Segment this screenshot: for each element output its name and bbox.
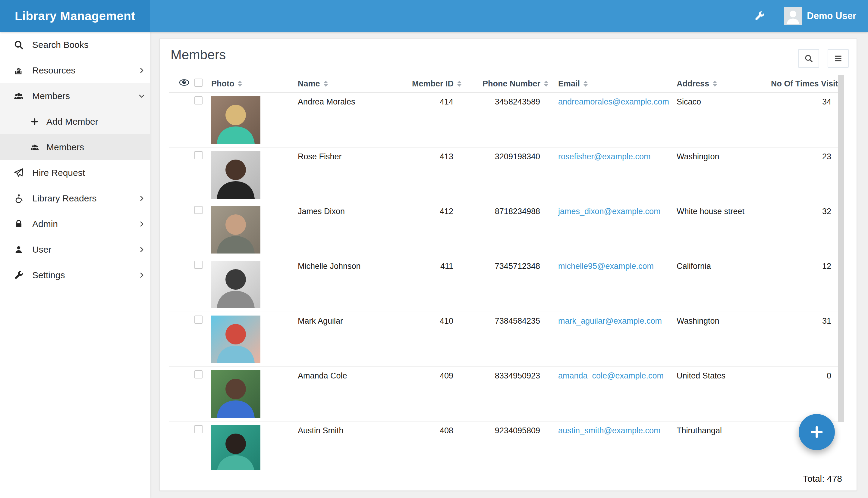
member-photo <box>211 151 260 199</box>
topbar: Library Management Demo User <box>0 0 868 32</box>
member-phone: 7345712348 <box>461 257 548 312</box>
sidebar-item-search-books[interactable]: Search Books <box>0 32 150 57</box>
member-member_id: 410 <box>389 312 461 366</box>
user-icon <box>14 245 24 255</box>
chevron-right-icon <box>138 220 145 227</box>
row-photo-cell <box>210 147 298 202</box>
row-email-cell: andreamorales@example.com <box>548 92 675 147</box>
member-name: Michelle Johnson <box>298 257 389 312</box>
user-avatar[interactable] <box>784 7 802 25</box>
card-actions <box>798 49 849 68</box>
table-scrollbar <box>838 75 844 470</box>
sidebar-subitem-members[interactable]: Members <box>0 134 150 160</box>
sidebar-item-admin[interactable]: Admin <box>0 211 150 237</box>
user-name[interactable]: Demo User <box>807 11 856 22</box>
sort-arrows-icon <box>544 81 548 87</box>
row-photo-cell <box>210 366 298 421</box>
column-header-photo[interactable]: Photo <box>210 75 298 92</box>
sort-arrows-icon <box>713 81 717 87</box>
member-address: White house street <box>675 202 771 257</box>
member-email-link[interactable]: michelle95@example.com <box>558 262 654 271</box>
paper-plane-icon <box>14 168 24 178</box>
add-member-fab[interactable] <box>799 414 835 450</box>
member-address: Washington <box>675 147 771 202</box>
row-checkbox[interactable] <box>194 206 203 214</box>
sidebar-item-hire-request[interactable]: Hire Request <box>0 160 150 185</box>
column-select <box>193 75 210 92</box>
select-all-checkbox[interactable] <box>194 79 203 87</box>
app-window: Library Management Demo User Search Book… <box>0 0 868 498</box>
row-eye-cell <box>169 421 193 470</box>
row-photo-cell <box>210 202 298 257</box>
member-email-link[interactable]: rosefisher@example.com <box>558 152 651 161</box>
member-photo <box>211 370 260 418</box>
sidebar-item-members[interactable]: Members <box>0 83 150 109</box>
members-table: PhotoNameMember IDPhone NumberEmailAddre… <box>169 75 844 470</box>
row-checkbox[interactable] <box>194 316 203 324</box>
member-row: James Dixon4128718234988james_dixon@exam… <box>169 202 844 257</box>
member-photo <box>211 425 260 470</box>
row-checkbox[interactable] <box>194 96 203 104</box>
sidebar-item-user[interactable]: User <box>0 237 150 262</box>
sidebar-item-resources[interactable]: Resources <box>0 57 150 83</box>
row-checkbox[interactable] <box>194 425 203 433</box>
total-count: Total: 478 <box>803 474 842 484</box>
row-select-cell <box>193 257 210 312</box>
member-visits: 31 <box>771 312 840 366</box>
sort-arrows-icon <box>238 81 242 87</box>
menu-button[interactable] <box>828 49 849 68</box>
member-visits: 32 <box>771 202 840 257</box>
sidebar-subitem-add-member[interactable]: Add Member <box>0 109 150 134</box>
page-title: Members <box>170 47 226 62</box>
wrench-icon[interactable] <box>754 10 765 22</box>
search-button[interactable] <box>798 49 819 68</box>
chevron-down-icon <box>138 92 145 100</box>
sort-arrows-icon <box>457 81 461 87</box>
row-checkbox[interactable] <box>194 151 203 159</box>
member-member_id: 413 <box>389 147 461 202</box>
member-name: Rose Fisher <box>298 147 389 202</box>
member-row: Andrea Morales4143458243589andreamorales… <box>169 92 844 147</box>
sidebar-item-label: Settings <box>32 270 65 280</box>
member-row: Michelle Johnson4117345712348michelle95@… <box>169 257 844 312</box>
member-name: Mark Aguilar <box>298 312 389 366</box>
column-label: Email <box>558 79 580 88</box>
member-phone: 8718234988 <box>461 202 548 257</box>
sort-arrows-icon <box>324 81 328 87</box>
column-header-phone[interactable]: Phone Number <box>461 75 548 92</box>
column-header-name[interactable]: Name <box>298 75 389 92</box>
sidebar-item-library-readers[interactable]: Library Readers <box>0 185 150 211</box>
sidebar-item-settings[interactable]: Settings <box>0 262 150 288</box>
chevron-right-icon <box>138 195 145 202</box>
sidebar-item-label: Admin <box>32 219 58 229</box>
member-email-link[interactable]: mark_aguilar@example.com <box>558 316 662 326</box>
column-header-visits[interactable]: No Of Times Visit <box>771 75 840 92</box>
member-address: Thiruthangal <box>675 421 771 470</box>
wrench-icon <box>14 270 24 280</box>
member-email-link[interactable]: austin_smith@example.com <box>558 426 661 435</box>
sidebar-item-label: Add Member <box>47 117 98 127</box>
scrollbar-thumb[interactable] <box>838 75 844 422</box>
column-header-email[interactable]: Email <box>548 75 675 92</box>
row-email-cell: austin_smith@example.com <box>548 421 675 470</box>
row-eye-cell <box>169 92 193 147</box>
member-name: Austin Smith <box>298 421 389 470</box>
member-email-link[interactable]: james_dixon@example.com <box>558 207 661 216</box>
member-email-link[interactable]: amanda_cole@example.com <box>558 371 664 380</box>
row-checkbox[interactable] <box>194 370 203 379</box>
member-visits: 12 <box>771 257 840 312</box>
row-checkbox[interactable] <box>194 261 203 269</box>
column-header-member_id[interactable]: Member ID <box>389 75 461 92</box>
column-header-address[interactable]: Address <box>675 75 771 92</box>
table-footer: Total: 478 <box>803 474 842 484</box>
row-eye-cell <box>169 147 193 202</box>
member-photo <box>211 316 260 363</box>
member-email-link[interactable]: andreamorales@example.com <box>558 97 669 106</box>
column-label: No Of Times Visit <box>771 79 838 88</box>
member-address: California <box>675 257 771 312</box>
member-row: Mark Aguilar4107384584235mark_aguilar@ex… <box>169 312 844 366</box>
sort-arrows-icon <box>584 81 588 87</box>
member-photo <box>211 261 260 308</box>
eye-icon[interactable] <box>179 79 189 86</box>
row-select-cell <box>193 366 210 421</box>
